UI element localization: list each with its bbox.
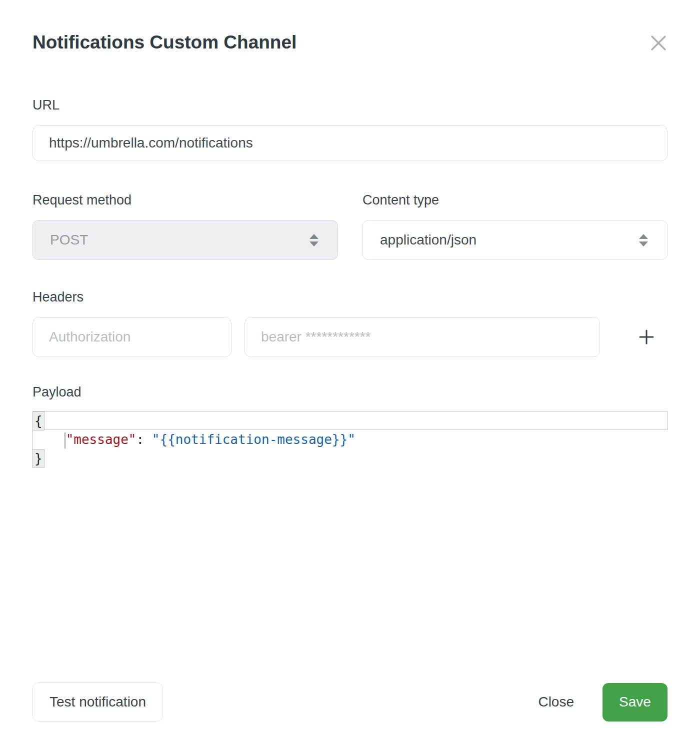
- url-input[interactable]: [32, 125, 668, 161]
- headers-label: Headers: [32, 289, 668, 305]
- payload-editor[interactable]: { "message": "{{notification-message}}" …: [32, 411, 668, 468]
- close-brace-highlight: }: [32, 449, 44, 468]
- code-overflow: "message": "{{notification-message}}" }: [32, 430, 668, 468]
- text-cursor: [64, 432, 66, 448]
- request-method-select[interactable]: POST: [32, 220, 338, 260]
- headers-section: Headers: [32, 289, 668, 357]
- url-label: URL: [32, 97, 668, 113]
- select-arrows-icon: [308, 234, 320, 247]
- content-type-field: Content type application/json: [362, 192, 668, 260]
- select-arrows-icon: [638, 234, 649, 247]
- header-name-input[interactable]: [32, 317, 232, 357]
- close-button[interactable]: [650, 34, 668, 52]
- notifications-custom-channel-dialog: Notifications Custom Channel URL Request…: [0, 0, 700, 754]
- method-content-row: Request method POST Content type applica…: [32, 192, 668, 260]
- request-method-value: POST: [50, 232, 88, 248]
- json-value: "{{notification-message}}": [152, 432, 356, 447]
- json-separator: :: [136, 432, 152, 447]
- json-key: "message": [66, 432, 136, 447]
- code-indent: [33, 432, 64, 447]
- close-icon: [650, 34, 668, 52]
- plus-icon: [638, 329, 654, 345]
- content-type-select[interactable]: application/json: [362, 220, 668, 260]
- open-brace-highlight: {: [32, 412, 44, 430]
- test-notification-button[interactable]: Test notification: [32, 682, 163, 722]
- code-line-message: "message": "{{notification-message}}": [33, 430, 668, 449]
- dialog-title: Notifications Custom Channel: [32, 30, 296, 55]
- save-button[interactable]: Save: [602, 683, 668, 722]
- content-type-label: Content type: [362, 192, 668, 208]
- headers-row: [32, 317, 668, 357]
- payload-label: Payload: [32, 384, 668, 400]
- content-type-value: application/json: [380, 232, 476, 248]
- request-method-label: Request method: [32, 192, 338, 208]
- payload-section: Payload { "message": "{{notification-mes…: [32, 384, 668, 468]
- url-field: URL: [32, 97, 668, 161]
- code-line-close: }: [33, 449, 668, 468]
- dialog-header: Notifications Custom Channel: [32, 0, 668, 55]
- close-text-button[interactable]: Close: [538, 694, 574, 710]
- footer-right-actions: Close Save: [538, 683, 668, 722]
- dialog-footer: Test notification Close Save: [32, 682, 668, 722]
- code-line-open: {: [32, 411, 668, 430]
- add-header-button[interactable]: [638, 329, 654, 345]
- header-value-input[interactable]: [244, 317, 600, 357]
- request-method-field: Request method POST: [32, 192, 338, 260]
